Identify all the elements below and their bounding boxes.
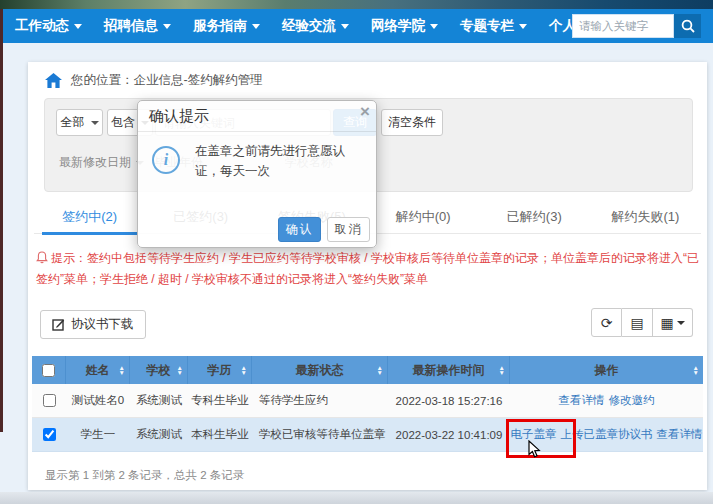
cancel-button[interactable]: 取消 (327, 217, 370, 242)
cell-degree: 专科生毕业 (188, 384, 252, 417)
columns-button[interactable]: ▦ (653, 308, 693, 337)
agreement-download-button[interactable]: 协议书下载 (40, 310, 146, 339)
nav-search-button[interactable] (674, 14, 701, 38)
sort-dropdown[interactable]: 最新修改日期 (59, 154, 144, 171)
header-cell: 姓名▲▼ (66, 356, 130, 384)
sort-icon[interactable]: ▲▼ (499, 365, 505, 375)
screen: 工作动态招聘信息服务指南经验交流网络学院专题专栏个人中心 您的位置：企业信息-签… (0, 0, 713, 504)
confirm-dialog: 确认提示 × i 在盖章之前请先进行意愿认证，每天一次 确认 取消 (137, 100, 377, 248)
home-icon[interactable] (45, 73, 62, 88)
header-cell: 学校▲▼ (130, 356, 188, 384)
nav-item-3[interactable]: 服务指南 (182, 9, 271, 43)
table-body: 测试姓名0系统测试专科生毕业等待学生应约2022-03-18 15:27:16查… (32, 384, 703, 452)
window-bottom-edge (0, 492, 713, 504)
table-header-row: 姓名▲▼学校▲▼学历▲▼最新状态▲▼最新操作时间▲▼操作▲▼ (32, 356, 703, 384)
clear-filters-button[interactable]: 清空条件 (381, 109, 443, 136)
select-all-checkbox[interactable] (42, 364, 55, 377)
top-banner-image (0, 0, 713, 9)
tab-5[interactable]: 已解约(3) (479, 200, 590, 233)
header-label: 学历 (208, 362, 232, 379)
nav-search (572, 14, 701, 38)
mouse-cursor (528, 440, 543, 459)
header-cell: 最新状态▲▼ (252, 356, 388, 384)
cell-name: 学生一 (66, 418, 130, 451)
action-link[interactable]: 查看详情 (657, 427, 703, 442)
nav-search-input[interactable] (572, 14, 674, 38)
action-link[interactable]: 修改邀约 (609, 393, 655, 408)
chevron-down-icon (430, 24, 438, 29)
sort-icon[interactable]: ▲▼ (693, 365, 699, 375)
refresh-button[interactable]: ⟳ (591, 308, 622, 337)
tab-6[interactable]: 解约失败(1) (590, 200, 701, 233)
cell-time: 2022-03-22 10:41:09 (388, 418, 510, 451)
header-cell: 最新操作时间▲▼ (388, 356, 510, 384)
refresh-icon: ⟳ (601, 315, 613, 331)
sort-icon[interactable]: ▲▼ (119, 365, 125, 375)
row-select-cell (32, 384, 66, 417)
window-edge-strip (0, 9, 3, 432)
chevron-down-icon (519, 24, 527, 29)
header-select-all-cell (32, 356, 66, 384)
header-label: 学校 (147, 362, 171, 379)
cell-school: 系统测试 (130, 384, 188, 417)
row-checkbox[interactable] (43, 394, 56, 407)
cell-status: 学校已审核等待单位盖章 (252, 418, 388, 451)
nav-item-5[interactable]: 网络学院 (360, 9, 449, 43)
dialog-header: 确认提示 × (138, 101, 376, 132)
cell-status: 等待学生应约 (252, 384, 388, 417)
nav-item-label: 专题专栏 (460, 17, 514, 35)
chevron-down-icon (677, 321, 685, 325)
tab-4[interactable]: 解约中(0) (368, 200, 479, 233)
tab-1[interactable]: 签约中(2) (34, 200, 145, 233)
cell-degree: 本科生毕业 (188, 418, 252, 451)
chevron-down-icon (91, 121, 99, 125)
scope-dropdown[interactable]: 全部 (56, 109, 103, 136)
close-icon[interactable]: × (360, 103, 370, 120)
row-select-cell (32, 418, 66, 451)
action-link[interactable]: 查看详情 (559, 393, 605, 408)
nav-item-2[interactable]: 招聘信息 (93, 9, 182, 43)
header-label: 最新操作时间 (413, 362, 485, 379)
info-icon: i (152, 146, 180, 174)
nav-item-label: 网络学院 (371, 17, 425, 35)
nav-item-label: 经验交流 (282, 17, 336, 35)
chevron-down-icon (341, 24, 349, 29)
confirm-button[interactable]: 确认 (278, 217, 321, 242)
notice-text: 提示：签约中包括等待学生应约 / 学生已应约等待学校审核 / 学校审核后等待单位… (36, 248, 700, 290)
records-table: 姓名▲▼学校▲▼学历▲▼最新状态▲▼最新操作时间▲▼操作▲▼ 测试姓名0系统测试… (32, 356, 703, 452)
sort-icon[interactable]: ▲▼ (377, 365, 383, 375)
header-label: 姓名 (86, 362, 110, 379)
table-row: 测试姓名0系统测试专科生毕业等待学生应约2022-03-18 15:27:16查… (32, 384, 703, 418)
dialog-message: 在盖章之前请先进行意愿认证，每天一次 (195, 141, 365, 181)
cell-school: 系统测试 (130, 418, 188, 451)
header-cell: 操作▲▼ (510, 356, 703, 384)
dialog-body: i 在盖章之前请先进行意愿认证，每天一次 (138, 132, 376, 205)
sort-icon[interactable]: ▲▼ (177, 365, 183, 375)
nav-item-1[interactable]: 工作动态 (4, 9, 93, 43)
toggle-view-button[interactable]: ▤ (622, 308, 653, 337)
dialog-footer: 确认 取消 (278, 217, 370, 242)
header-label: 最新状态 (296, 362, 344, 379)
nav-item-6[interactable]: 专题专栏 (449, 9, 538, 43)
chevron-down-icon (163, 24, 171, 29)
list-view-icon: ▤ (630, 315, 643, 331)
pagination-summary: 显示第 1 到第 2 条记录，总共 2 条记录 (45, 468, 244, 483)
edit-document-icon (52, 318, 65, 331)
breadcrumb: 您的位置：企业信息-签约解约管理 (45, 72, 263, 89)
sort-icon[interactable]: ▲▼ (241, 365, 247, 375)
grid-columns-icon: ▦ (660, 315, 673, 331)
cell-actions: 查看详情修改邀约 (510, 384, 703, 417)
nav-item-4[interactable]: 经验交流 (271, 9, 360, 43)
search-icon (681, 19, 695, 33)
table-row: 学生一系统测试本科生毕业学校已审核等待单位盖章2022-03-22 10:41:… (32, 418, 703, 452)
nav-item-label: 工作动态 (15, 17, 69, 35)
header-label: 操作 (595, 362, 619, 379)
header-cell: 学历▲▼ (188, 356, 252, 384)
cell-time: 2022-03-18 15:27:16 (388, 384, 510, 417)
row-checkbox[interactable] (43, 428, 56, 441)
bell-icon (36, 251, 48, 264)
nav-item-label: 招聘信息 (104, 17, 158, 35)
table-toolbar: ⟳ ▤ ▦ (591, 308, 693, 337)
main-navbar: 工作动态招聘信息服务指南经验交流网络学院专题专栏个人中心 (0, 9, 713, 43)
cell-name: 测试姓名0 (66, 384, 130, 417)
